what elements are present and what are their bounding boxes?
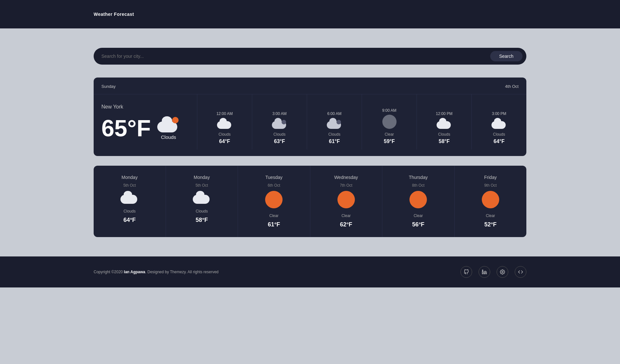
today-main: New York 65°F Clouds: [94, 94, 197, 150]
sun-weekly-icon-5: [482, 191, 499, 208]
city-name: New York: [101, 104, 189, 110]
svg-point-1: [482, 270, 483, 271]
weekly-date-0: 5th Oct: [123, 183, 136, 188]
weekly-day-4: Thursday: [409, 175, 428, 180]
footer: Copyright ©2020 Ian Agpawa. Designed by …: [0, 256, 620, 287]
weekly-day-1: Monday: [194, 175, 210, 180]
linkedin-icon[interactable]: [479, 266, 490, 278]
weekly-condition-0: Clouds: [124, 209, 136, 213]
hourly-time-3: 9:00 AM: [382, 108, 396, 113]
hourly-condition-2: Clouds: [328, 132, 340, 137]
hourly-time-4: 12:00 PM: [436, 111, 452, 116]
hourly-condition-0: Clouds: [219, 132, 231, 137]
sun-weekly-icon-3: [337, 191, 355, 208]
github-icon[interactable]: [460, 266, 472, 278]
hourly-condition-3: Clear: [385, 132, 394, 137]
settings-icon[interactable]: [497, 266, 508, 278]
footer-social-icons: [460, 266, 526, 278]
main-content: Search Sunday 4th Oct New York 65°F: [0, 28, 620, 237]
weekly-date-5: 9th Oct: [484, 183, 497, 188]
footer-copyright: Copyright ©2020 Ian Agpawa. Designed by …: [94, 270, 219, 274]
hourly-temp-0: 64°F: [219, 139, 230, 144]
hourly-slot-5: 3:00 PM Clouds 64°F: [472, 94, 526, 150]
main-condition: Clouds: [161, 134, 176, 140]
weekly-temp-1: 58°F: [196, 217, 208, 224]
cloud-night-icon-2: [327, 118, 342, 129]
hourly-slot-1: 3:00 AM Clouds 63°F: [252, 94, 307, 150]
today-body: New York 65°F Clouds: [94, 94, 526, 150]
weekly-temp-2: 61°F: [268, 221, 280, 228]
hourly-temp-1: 63°F: [274, 139, 285, 144]
weekly-condition-4: Clear: [414, 213, 423, 218]
weekly-slot-1: Monday 5th Oct Clouds 58°F: [166, 166, 238, 237]
hourly-time-5: 3:00 PM: [492, 111, 506, 116]
weekly-date-2: 6th Oct: [268, 183, 280, 188]
weekly-condition-1: Clouds: [196, 209, 208, 213]
hourly-condition-1: Clouds: [274, 132, 285, 137]
weekly-condition-5: Clear: [486, 213, 495, 218]
weekly-date-4: 8th Oct: [412, 183, 425, 188]
hourly-time-1: 3:00 AM: [272, 111, 286, 116]
search-button[interactable]: Search: [490, 51, 522, 61]
hourly-slot-0: 12:00 AM Clouds 64°F: [197, 94, 252, 150]
cloud-icon-0: [217, 118, 232, 129]
app-title: Weather Forecast: [94, 12, 134, 17]
weekly-slot-0: Monday 5th Oct Clouds 64°F: [94, 166, 166, 237]
cloud-weekly-icon-1: [193, 191, 211, 204]
gray-circle-icon: [382, 115, 397, 129]
main-temperature: 65°F: [101, 117, 151, 140]
hourly-temp-5: 64°F: [494, 139, 505, 144]
weekly-card: Monday 5th Oct Clouds 64°F Monday 5th Oc…: [94, 166, 526, 237]
svg-point-2: [502, 271, 503, 273]
header: Weather Forecast: [0, 0, 620, 28]
footer-author: Ian Agpawa: [124, 270, 145, 274]
today-day: Sunday: [101, 84, 116, 89]
weekly-date-3: 7th Oct: [340, 183, 352, 188]
today-card: Sunday 4th Oct New York 65°F Clouds: [94, 78, 526, 156]
weekly-temp-0: 64°F: [123, 217, 136, 224]
code-icon[interactable]: [515, 266, 526, 278]
cloud-large-icon: [157, 116, 180, 132]
hourly-time-0: 12:00 AM: [216, 111, 233, 116]
hourly-slot-4: 12:00 PM Clouds 58°F: [417, 94, 472, 150]
search-bar: Search: [94, 48, 526, 65]
hourly-temp-4: 58°F: [439, 139, 450, 144]
svg-rect-0: [482, 271, 483, 274]
cloud-icon-4: [437, 118, 452, 129]
weekly-slot-3: Wednesday 7th Oct Clear 62°F: [310, 166, 383, 237]
weekly-day-0: Monday: [121, 175, 138, 180]
hourly-temp-2: 61°F: [329, 139, 340, 144]
cloud-icon-5: [491, 118, 507, 129]
hourly-slots: 12:00 AM Clouds 64°F 3:00 AM Clouds 63°: [197, 94, 526, 150]
weekly-day-5: Friday: [484, 175, 497, 180]
hourly-temp-3: 59°F: [384, 139, 395, 144]
weekly-slot-2: Tuesday 6th Oct Clear 61°F: [238, 166, 310, 237]
cloud-weekly-icon-0: [120, 191, 139, 204]
weekly-condition-2: Clear: [269, 213, 279, 218]
sun-weekly-icon-2: [265, 191, 283, 208]
search-input[interactable]: [101, 54, 490, 59]
weekly-day-3: Wednesday: [334, 175, 358, 180]
weekly-temp-4: 56°F: [412, 221, 424, 228]
sun-dot-icon: [172, 117, 179, 123]
sun-weekly-icon-4: [409, 191, 427, 208]
temp-row: 65°F Clouds: [101, 116, 189, 140]
hourly-condition-5: Clouds: [493, 132, 505, 137]
weekly-temp-3: 62°F: [340, 221, 352, 228]
weekly-temp-5: 52°F: [484, 221, 497, 228]
weekly-date-1: 5th Oct: [195, 183, 208, 188]
hourly-slot-2: 6:00 AM Clouds 61°F: [307, 94, 362, 150]
weekly-day-2: Tuesday: [265, 175, 283, 180]
hourly-time-2: 6:00 AM: [327, 111, 341, 116]
weekly-slot-4: Thursday 8th Oct Clear 56°F: [382, 166, 455, 237]
today-header: Sunday 4th Oct: [94, 84, 526, 94]
weekly-condition-3: Clear: [341, 213, 351, 218]
main-weather-icon: Clouds: [157, 116, 180, 140]
cloud-night-icon-1: [272, 118, 287, 129]
weekly-slot-5: Friday 9th Oct Clear 52°F: [455, 166, 527, 237]
today-date: 4th Oct: [505, 84, 519, 89]
hourly-condition-4: Clouds: [438, 132, 450, 137]
hourly-slot-3: 9:00 AM Clear 59°F: [362, 94, 417, 150]
